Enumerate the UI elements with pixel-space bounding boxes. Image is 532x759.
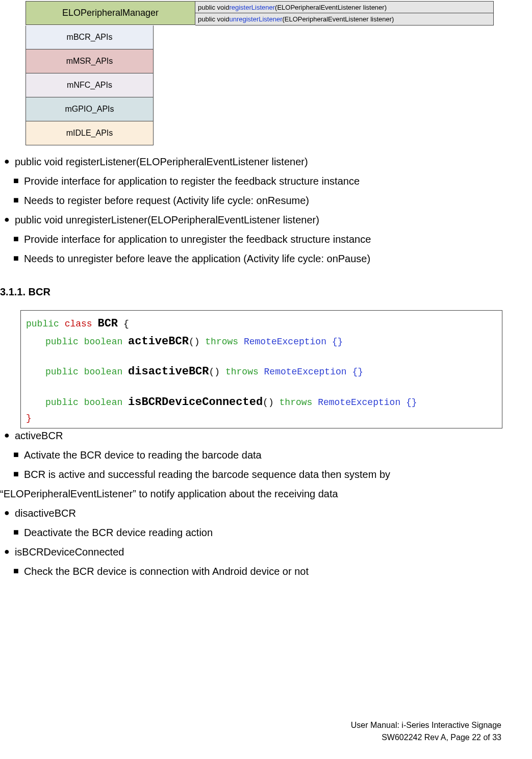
bullet-list-top: ●public void registerListener(ELOPeriphe… [0, 155, 532, 266]
api-box-bcr: mBCR_APIs [26, 26, 154, 49]
method-name: activeBCR [128, 335, 189, 348]
code-box: public class BCR { public boolean active… [20, 310, 502, 428]
signature-method: registerListener [229, 4, 275, 11]
api-box-nfc: mNFC_APIs [26, 73, 154, 97]
bullet-text: Deactivate the BCR device reading action [24, 525, 213, 540]
bullet-marker: ■ [13, 565, 19, 577]
bullet-marker: ■ [13, 174, 19, 187]
bullet-marker: ■ [13, 233, 19, 245]
bullet-item: ■Check the BCR device is connection with… [4, 564, 532, 578]
bullet-text: isBCRDeviceConnected [15, 545, 124, 559]
bullet-marker: ● [4, 429, 10, 442]
bullet-marker: ■ [13, 448, 19, 461]
bullet-text: disactiveBCR [15, 506, 76, 520]
api-box-gpio: mGPIO_APIs [26, 97, 154, 121]
signature-prefix: public void [198, 15, 229, 23]
bullet-item: ■Needs to unregister before leave the ap… [4, 251, 532, 266]
bullet-text: Provide interface for application to unr… [24, 232, 371, 246]
bullet-item: ●public void unregisterListener(ELOPerip… [4, 213, 532, 227]
bullet-marker: ■ [13, 468, 19, 480]
method-name: isBCRDeviceConnected [128, 396, 263, 409]
signature-suffix: (ELOPeripheralEventListener listener) [283, 15, 394, 23]
paragraph-continuation: “ELOPeripheralEventListener” to notify a… [0, 487, 532, 501]
signature-suffix: (ELOPeripheralEventListener listener) [275, 4, 387, 11]
api-stack: mBCR_APIs mMSR_APIs mNFC_APIs mGPIO_APIs… [26, 26, 154, 145]
signature-list: public void registerListener(ELOPeripher… [195, 1, 494, 26]
signature-row: public void unregisterListener(ELOPeriph… [195, 13, 493, 25]
class-name: BCR [97, 317, 118, 330]
bullet-item: ■Deactivate the BCR device reading actio… [4, 525, 532, 540]
bullet-marker: ■ [13, 526, 19, 539]
signature-prefix: public void [198, 4, 229, 11]
bullet-text: activeBCR [15, 428, 63, 443]
bullet-text: Needs to unregister before leave the app… [24, 251, 370, 266]
bullet-item: ●activeBCR [4, 428, 532, 443]
bullet-item: ■BCR is active and successful reading th… [4, 467, 532, 482]
bullet-text: BCR is active and successful reading the… [24, 467, 390, 482]
bullet-text: public void registerListener(ELOPeripher… [15, 155, 308, 169]
signature-method: unregisterListener [229, 15, 282, 23]
section-heading: 3.1.1. BCR [0, 286, 532, 298]
api-box-idle: mIDLE_APIs [26, 121, 154, 145]
signature-row: public void registerListener(ELOPeripher… [195, 2, 493, 13]
bullet-marker: ■ [13, 194, 19, 207]
bullet-item: ●disactiveBCR [4, 506, 532, 520]
api-box-msr: mMSR_APIs [26, 49, 154, 73]
bullet-text: Check the BCR device is connection with … [24, 564, 309, 578]
bullet-marker: ● [4, 507, 10, 519]
bullet-text: public void unregisterListener(ELOPeriph… [15, 213, 319, 227]
bullet-item: ●isBCRDeviceConnected [4, 545, 532, 559]
bullet-marker: ■ [13, 252, 19, 265]
bullet-marker: ● [4, 545, 10, 558]
bullet-text: Needs to register before request (Activi… [24, 193, 309, 208]
method-name: disactiveBCR [128, 365, 209, 378]
footer-line1: User Manual: i-Series Interactive Signag… [351, 719, 501, 731]
footer: User Manual: i-Series Interactive Signag… [351, 719, 501, 744]
bullet-marker: ● [4, 155, 10, 168]
bullet-item: ■Activate the BCR device to reading the … [4, 448, 532, 462]
bullet-item: ■Provide interface for application to un… [4, 232, 532, 246]
bullet-text: Provide interface for application to reg… [24, 174, 360, 188]
bullet-list-bottom: ●activeBCR■Activate the BCR device to re… [0, 428, 532, 482]
bullet-item: ■Needs to register before request (Activ… [4, 193, 532, 208]
bullet-item: ●public void registerListener(ELOPeriphe… [4, 155, 532, 169]
footer-line2: SW602242 Rev A, Page 22 of 33 [351, 731, 501, 744]
diagram: ELOPeripheralManager public void registe… [26, 1, 532, 26]
bullet-item: ■Provide interface for application to re… [4, 174, 532, 188]
bullet-text: Activate the BCR device to reading the b… [24, 448, 262, 462]
manager-box: ELOPeripheralManager [26, 1, 195, 25]
bullet-list-bottom2: ●disactiveBCR■Deactivate the BCR device … [0, 506, 532, 578]
bullet-marker: ● [4, 213, 10, 226]
